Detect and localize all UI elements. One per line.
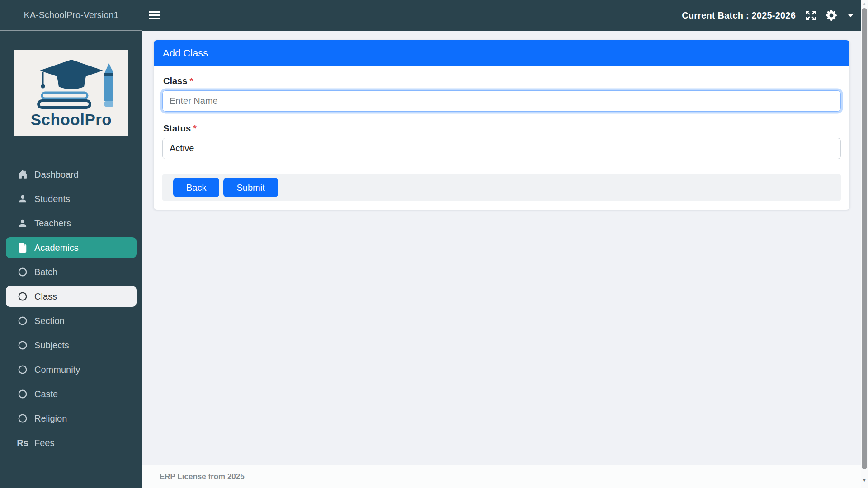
logo-text: SchoolPro <box>31 111 112 129</box>
submit-button[interactable]: Submit <box>223 178 278 197</box>
rupee-icon: Rs <box>18 438 28 448</box>
required-asterisk: * <box>189 76 193 86</box>
content-area: Add Class Class* Status* Active Back Sub… <box>142 31 861 465</box>
sidebar-item-subjects[interactable]: Subjects <box>6 335 137 356</box>
circle-icon <box>18 413 28 423</box>
scrollbar-down-arrow[interactable]: ▼ <box>861 478 868 483</box>
circle-icon <box>18 267 28 277</box>
brand-title: KA-SchoolPro-Version1 <box>0 0 142 31</box>
scrollbar-thumb[interactable] <box>862 8 867 469</box>
card-title: Add Class <box>154 40 849 66</box>
status-label: Status* <box>163 123 841 134</box>
divider <box>162 170 841 170</box>
menu-toggle-button[interactable] <box>149 9 160 22</box>
sidebar-item-community[interactable]: Community <box>6 359 137 380</box>
action-strip: Back Submit <box>162 174 841 201</box>
sidebar-item-caste[interactable]: Caste <box>6 384 137 404</box>
caret-down-icon[interactable] <box>847 12 854 19</box>
sidebar-item-academics[interactable]: Academics <box>6 237 137 258</box>
vertical-scrollbar[interactable]: ▲ ▼ <box>861 0 868 488</box>
school-logo: SchoolPro <box>14 50 128 136</box>
circle-icon <box>18 389 28 399</box>
circle-icon <box>18 340 28 350</box>
current-batch-label: Current Batch : 2025-2026 <box>682 10 796 21</box>
add-class-card: Add Class Class* Status* Active Back Sub… <box>153 40 850 210</box>
sidebar-item-class[interactable]: Class <box>6 286 137 307</box>
page-footer: ERP License from 2025 <box>142 465 861 488</box>
person-icon <box>18 194 28 204</box>
topbar: Current Batch : 2025-2026 <box>142 0 861 31</box>
hamburger-icon <box>149 11 160 13</box>
sidebar-item-teachers[interactable]: Teachers <box>6 213 137 234</box>
sidebar-item-dashboard[interactable]: Dashboard <box>6 164 137 185</box>
sidebar: KA-SchoolPro-Version1 SchoolPro Dashboar… <box>0 0 142 488</box>
required-asterisk: * <box>193 123 197 133</box>
class-label: Class* <box>163 76 841 86</box>
circle-icon <box>18 291 28 301</box>
circle-icon <box>18 365 28 375</box>
gear-icon[interactable] <box>826 10 837 21</box>
scrollbar-up-arrow[interactable]: ▲ <box>861 1 868 6</box>
file-icon <box>18 243 28 253</box>
circle-icon <box>18 316 28 326</box>
license-text: ERP License from 2025 <box>160 472 245 481</box>
fullscreen-icon[interactable] <box>806 11 816 20</box>
graduation-cap-logo-icon <box>19 57 123 110</box>
sidebar-item-batch[interactable]: Batch <box>6 262 137 282</box>
sidebar-item-students[interactable]: Students <box>6 188 137 209</box>
class-name-input[interactable] <box>162 90 841 112</box>
sidebar-item-religion[interactable]: Religion <box>6 408 137 429</box>
person-icon <box>18 218 28 228</box>
sidebar-nav: Dashboard Students Teachers Academics Ba… <box>0 164 142 453</box>
sidebar-item-fees[interactable]: Rs Fees <box>6 432 137 453</box>
status-select[interactable]: Active <box>162 138 841 159</box>
home-icon <box>18 169 28 179</box>
back-button[interactable]: Back <box>173 178 219 197</box>
sidebar-item-section[interactable]: Section <box>6 310 137 331</box>
